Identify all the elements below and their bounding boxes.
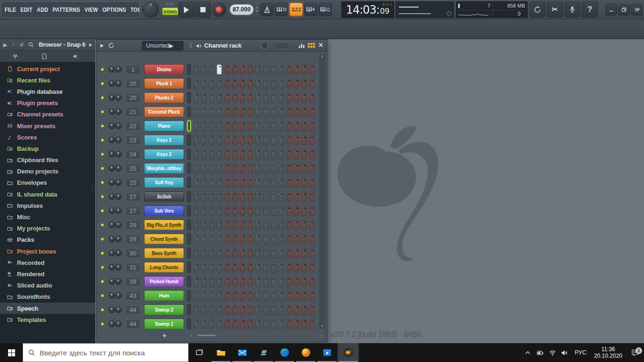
pattern-spinner[interactable]: ▲▼ <box>640 22 643 28</box>
channel-select-indicator[interactable] <box>187 205 191 216</box>
step-cell[interactable] <box>302 263 306 272</box>
channel-number[interactable]: 44 <box>125 319 140 329</box>
step-cell[interactable] <box>217 149 222 159</box>
step-cell[interactable] <box>240 65 245 74</box>
step-cell[interactable] <box>201 206 206 216</box>
browser-item-rendered[interactable]: Rendered <box>0 268 95 280</box>
step-cell[interactable] <box>248 305 253 315</box>
step-cell[interactable] <box>248 220 253 230</box>
step-cell[interactable] <box>279 319 283 329</box>
step-cell[interactable] <box>310 93 314 103</box>
step-cell[interactable] <box>240 277 245 287</box>
step-cell[interactable] <box>271 135 276 145</box>
step-cell[interactable] <box>225 164 230 173</box>
tray-clock[interactable]: 11:36 20.10.2020 <box>590 346 626 359</box>
step-cell[interactable] <box>217 319 222 329</box>
channel-volume-knob[interactable] <box>115 207 122 214</box>
step-cell[interactable] <box>279 263 283 272</box>
step-cell[interactable] <box>225 277 230 287</box>
step-cell[interactable] <box>248 149 253 159</box>
step-cell[interactable] <box>232 248 237 258</box>
channel-number[interactable]: 30 <box>125 248 140 258</box>
channel-enable-led[interactable] <box>100 138 105 142</box>
channel-enable-led[interactable] <box>100 110 105 114</box>
step-cell[interactable] <box>194 319 198 329</box>
step-cell[interactable] <box>232 121 237 131</box>
channel-number[interactable]: 20 <box>125 93 140 102</box>
step-cell[interactable] <box>294 164 299 173</box>
undo-icon[interactable]: ↺ <box>19 42 24 48</box>
step-cell[interactable] <box>209 164 214 173</box>
step-cell[interactable] <box>287 121 291 131</box>
step-cell[interactable] <box>248 93 253 103</box>
step-cell[interactable] <box>256 277 260 287</box>
channel-number[interactable]: 28 <box>125 220 140 230</box>
step-cell[interactable] <box>201 277 206 287</box>
step-cell[interactable] <box>201 107 206 117</box>
tempo-display[interactable]: 87.000 <box>230 4 254 15</box>
channel-number[interactable]: 1 <box>125 65 140 74</box>
step-cell[interactable] <box>256 319 260 329</box>
step-cell[interactable] <box>294 305 299 315</box>
channel-enable-led[interactable] <box>100 280 105 284</box>
channel-number[interactable]: 25 <box>125 178 140 187</box>
channel-select-indicator[interactable] <box>187 290 191 301</box>
step-cell[interactable] <box>240 178 245 188</box>
step-cell[interactable] <box>248 291 253 301</box>
step-cell[interactable] <box>264 305 268 315</box>
step-cell[interactable] <box>264 248 268 258</box>
step-cell[interactable] <box>248 192 253 202</box>
channel-enable-led[interactable] <box>100 82 105 86</box>
step-cell[interactable] <box>287 277 291 287</box>
step-cell[interactable] <box>194 305 198 315</box>
channel-button[interactable]: Hum <box>144 290 184 301</box>
step-cell[interactable] <box>279 206 283 216</box>
step-cell[interactable] <box>225 192 230 202</box>
step-cell[interactable] <box>294 79 299 89</box>
channel-volume-knob[interactable] <box>115 179 122 186</box>
main-volume-knob[interactable] <box>143 1 159 17</box>
browser-item-packs[interactable]: Packs <box>0 234 95 246</box>
step-cell[interactable] <box>232 277 237 287</box>
taskbar-search[interactable] <box>23 343 189 362</box>
menu-tools[interactable]: TOOLS <box>131 6 140 13</box>
step-cell[interactable] <box>310 206 314 216</box>
step-cell[interactable] <box>271 206 276 216</box>
step-cell[interactable] <box>225 149 230 159</box>
browser-item-envelopes[interactable]: Envelopes <box>0 177 95 189</box>
menu-edit[interactable]: EDIT <box>20 6 33 13</box>
step-cell[interactable] <box>264 164 268 173</box>
channel-number[interactable]: 21 <box>125 107 140 116</box>
channel-button[interactable]: Long Chords <box>144 262 184 272</box>
channel-select-indicator[interactable] <box>187 177 191 188</box>
step-cell[interactable] <box>248 277 253 287</box>
step-cell[interactable] <box>310 149 314 159</box>
search-input[interactable] <box>40 349 183 357</box>
step-cell[interactable] <box>287 291 291 301</box>
step-cell[interactable] <box>294 93 299 103</box>
step-cell[interactable] <box>232 79 237 89</box>
channel-pan-knob[interactable] <box>108 292 115 299</box>
step-cell[interactable] <box>256 291 260 301</box>
channel-select-indicator[interactable] <box>187 163 191 174</box>
step-cell[interactable] <box>232 65 237 74</box>
channel-select-indicator[interactable] <box>187 120 191 132</box>
channel-volume-knob[interactable] <box>115 123 122 129</box>
step-cell[interactable] <box>294 121 299 131</box>
channel-number[interactable]: 39 <box>125 277 140 286</box>
step-cell[interactable] <box>201 263 206 272</box>
step-cell[interactable] <box>209 305 214 315</box>
step-cell[interactable] <box>225 93 230 103</box>
step-cell[interactable] <box>271 234 276 244</box>
step-cell[interactable] <box>310 192 314 202</box>
channel-enable-led[interactable] <box>100 223 105 227</box>
channel-pan-knob[interactable] <box>108 193 115 200</box>
channel-select-indicator[interactable] <box>187 318 191 329</box>
step-cell[interactable] <box>279 305 283 315</box>
step-cell[interactable] <box>302 65 306 74</box>
step-cell[interactable] <box>302 305 306 315</box>
step-cell[interactable] <box>201 319 206 329</box>
step-cell[interactable] <box>271 263 276 272</box>
step-cell[interactable] <box>201 149 206 159</box>
step-cell[interactable] <box>279 107 283 117</box>
